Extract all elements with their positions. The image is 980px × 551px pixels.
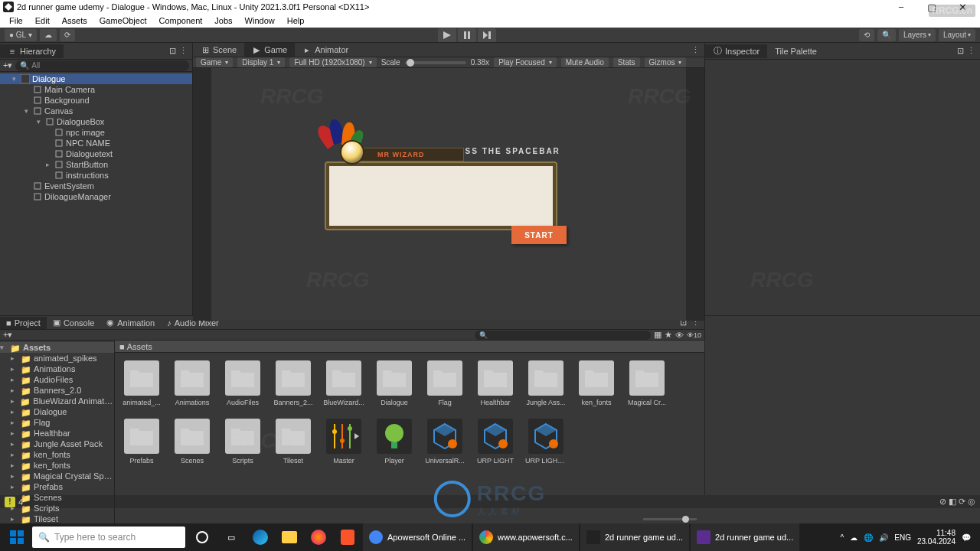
undo-history-button[interactable]: ⟳ [60, 29, 75, 41]
project-filter-icon[interactable]: ▦ [654, 330, 662, 340]
game-mode-dropdown[interactable]: Game [196, 57, 233, 67]
project-folder-animations[interactable]: ▸📁Animations [0, 364, 114, 374]
pause-button[interactable] [458, 28, 476, 42]
status-icon-2[interactable]: ◧ [949, 497, 956, 507]
gizmos-toggle[interactable]: Gizmos [645, 57, 687, 67]
asset-scripts[interactable]: Scripts [224, 419, 262, 465]
hierarchy-item-npc-name[interactable]: NPC NAME [0, 138, 192, 148]
layout-dropdown[interactable]: Layout [939, 29, 975, 41]
hierarchy-search-input[interactable]: 🔍 All [15, 60, 189, 71]
hierarchy-item-dialoguetext[interactable]: Dialoguetext [0, 148, 192, 159]
hierarchy-menu-icon[interactable]: ⋮ [179, 46, 188, 56]
asset-healthbar[interactable]: Healthbar [476, 360, 514, 406]
asset-dialogue[interactable]: Dialogue [375, 360, 413, 406]
tray-network-icon[interactable]: 🌐 [864, 533, 873, 542]
mute-audio-toggle[interactable]: Mute Audio [561, 57, 609, 67]
taskbar-chrome-apowersoft[interactable]: www.apowersoft.c... [473, 523, 579, 551]
start-button[interactable]: START [511, 226, 567, 244]
project-folder-animated_spikes[interactable]: ▸📁animated_spikes [0, 353, 114, 364]
asset-prefabs[interactable]: Prefabs [122, 419, 161, 465]
menu-window[interactable]: Window [239, 15, 281, 27]
project-folder-audiofiles[interactable]: ▸📁AudioFiles [0, 374, 114, 385]
project-folder-dialogue[interactable]: ▸📁Dialogue [0, 406, 114, 417]
hierarchy-item-dialogue[interactable]: ▾Dialogue [0, 73, 192, 84]
asset-scenes[interactable]: Scenes [173, 419, 211, 465]
project-folder-prefabs[interactable]: ▸📁Prefabs [0, 481, 114, 492]
tray-onedrive-icon[interactable]: ☁ [850, 533, 858, 542]
taskbar-apowersoft[interactable]: Apowersoft Online ... [363, 523, 472, 551]
taskbar-cortana[interactable] [188, 523, 216, 551]
display-dropdown[interactable]: Display 1 [237, 57, 285, 67]
menu-file[interactable]: File [3, 15, 29, 27]
inspector-lock-icon[interactable]: ⊡ [957, 46, 964, 56]
project-folder-banners_2.0[interactable]: ▸📁Banners_2.0 [0, 385, 114, 396]
project-folder-flag[interactable]: ▸📁Flag [0, 417, 114, 428]
inspector-tab[interactable]: ⓘInspector [705, 44, 767, 58]
asset-player[interactable]: Player [375, 419, 413, 465]
project-folder-scripts[interactable]: ▸📁Scripts [0, 503, 114, 514]
hierarchy-item-diloaguemanager[interactable]: DiloagueManager [0, 191, 192, 202]
hierarchy-item-main-camera[interactable]: Main Camera [0, 84, 192, 95]
tray-lang[interactable]: ENG [894, 533, 911, 542]
resolution-dropdown[interactable]: Full HD (1920x1080) [289, 57, 376, 67]
layers-dropdown[interactable]: Layers [899, 29, 936, 41]
taskbar-unity-1[interactable]: 2d runner game ud... [580, 523, 689, 551]
project-folder-ken_fonts[interactable]: ▸📁ken_fonts [0, 460, 114, 471]
hierarchy-item-background[interactable]: Background [0, 95, 192, 106]
project-tab[interactable]: ■Project [0, 317, 47, 329]
taskbar-edge[interactable] [247, 523, 274, 551]
tab-scene[interactable]: ⊞Scene [193, 43, 244, 57]
asset-animated_-[interactable]: animated_... [122, 360, 161, 406]
hierarchy-item-canvas[interactable]: ▾Canvas [0, 106, 192, 116]
maximize-button[interactable]: ▢ [920, 1, 943, 13]
thumbnail-size-slider[interactable] [643, 518, 697, 520]
tray-chevron-icon[interactable]: ^ [841, 533, 844, 542]
start-button-win[interactable] [2, 523, 32, 551]
close-button[interactable]: ✕ [951, 1, 974, 13]
inspector-menu-icon[interactable]: ⋮ [967, 46, 975, 56]
taskbar-firefox[interactable] [305, 523, 332, 551]
asset-ken_fonts[interactable]: ken_fonts [577, 360, 616, 406]
asset-urp-light[interactable]: URP LIGHT [476, 419, 514, 465]
stats-toggle[interactable]: Stats [613, 57, 640, 67]
project-folder-jungle-asset-pack[interactable]: ▸📁Jungle Asset Pack [0, 439, 114, 449]
project-folder-bluewizard-animations[interactable]: ▸📁BlueWizard Animations [0, 396, 114, 406]
project-folder-scenes[interactable]: ▸📁Scenes [0, 492, 114, 503]
asset-banners_2-[interactable]: Banners_2... [274, 360, 312, 406]
project-folder-ken_fonts[interactable]: ▸📁ken_fonts [0, 449, 114, 460]
asset-universalr-[interactable]: UniversalR... [426, 419, 464, 465]
warning-icon[interactable]: ! [5, 497, 15, 507]
asset-urp-light-[interactable]: URP LIGHT... [527, 419, 565, 465]
hierarchy-item-eventsystem[interactable]: EventSystem [0, 181, 192, 191]
asset-master[interactable]: Master [325, 419, 363, 465]
status-icon-4[interactable]: ◎ [968, 497, 975, 507]
project-folder-tileset[interactable]: ▸📁Tileset [0, 514, 114, 524]
asset-audiofiles[interactable]: AudioFiles [224, 360, 262, 406]
asset-animations[interactable]: Animations [173, 360, 211, 406]
project-hidden-icon[interactable]: 👁 [675, 331, 684, 340]
hierarchy-tab[interactable]: ≡ Hierarchy [0, 44, 64, 58]
tray-volume-icon[interactable]: 🔊 [879, 533, 888, 542]
menu-component[interactable]: Component [152, 15, 208, 27]
menu-gameobject[interactable]: GameObject [93, 15, 153, 27]
asset-flag[interactable]: Flag [426, 360, 464, 406]
hierarchy-item-npc-image[interactable]: npc image [0, 127, 192, 138]
search-global-icon[interactable]: 🔍 [877, 29, 896, 41]
scale-slider[interactable] [405, 61, 466, 64]
step-button[interactable] [478, 28, 496, 42]
hierarchy-create-button[interactable]: +▾ [3, 60, 12, 70]
menu-edit[interactable]: Edit [29, 15, 56, 27]
taskbar-brave[interactable] [334, 523, 361, 551]
project-folder-healthbar[interactable]: ▸📁Healthbar [0, 428, 114, 439]
tab-animator[interactable]: ▸Animator [295, 43, 356, 57]
animation-tab[interactable]: ◉Animation [100, 316, 161, 329]
play-button[interactable] [438, 28, 456, 42]
taskbar-explorer[interactable] [276, 523, 303, 551]
project-root-assets[interactable]: ▾📁Assets [0, 342, 114, 353]
project-breadcrumb[interactable]: ■ Assets [115, 341, 704, 353]
taskbar-vs[interactable]: 2d runner game ud... [691, 523, 799, 551]
status-icon-1[interactable]: ⊘ [939, 497, 946, 507]
hierarchy-save-icon[interactable]: ⊡ [169, 46, 176, 56]
cloud-button[interactable]: ☁ [40, 29, 57, 41]
account-button[interactable]: ● GL ▾ [5, 29, 37, 41]
